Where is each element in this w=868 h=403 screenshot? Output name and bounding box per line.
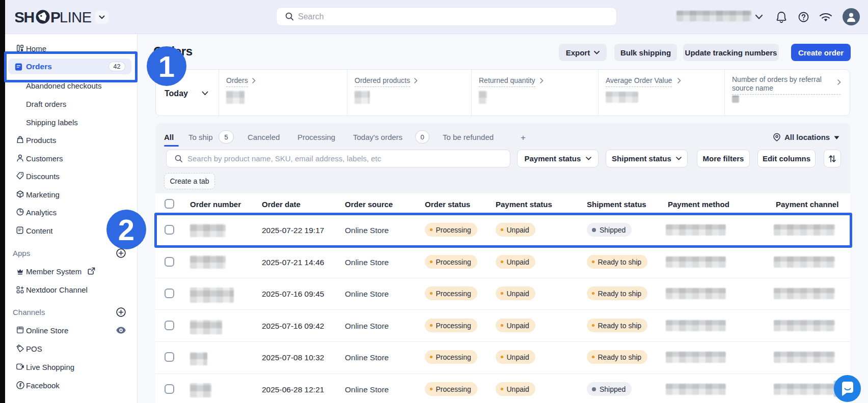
svg-text:LINE: LINE	[60, 9, 92, 25]
svg-text:P: P	[50, 9, 60, 25]
svg-text:SH: SH	[15, 9, 34, 25]
